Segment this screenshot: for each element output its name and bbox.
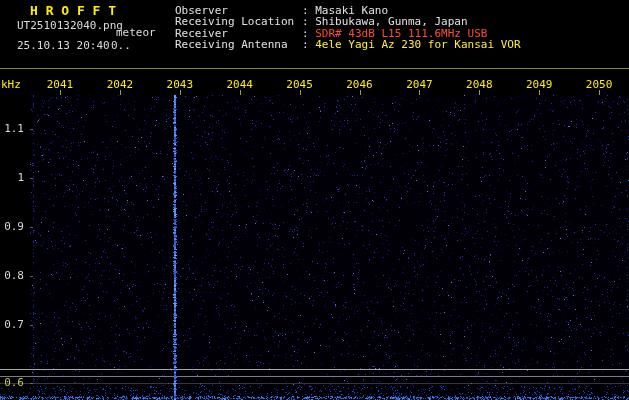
time-tick-label: 2044	[222, 79, 258, 90]
time-tick-label: 2045	[282, 79, 318, 90]
freq-axis-unit-label: kHz	[1, 79, 21, 90]
freq-tick-label: 0.8	[0, 270, 24, 281]
time-tick-label: 2047	[401, 79, 437, 90]
info-label: Receiving Location	[175, 16, 302, 27]
time-tick-label: 2041	[42, 79, 78, 90]
header-separator-line	[0, 68, 629, 69]
datetime-label: 25.10.13 20:40	[17, 40, 110, 51]
time-tick-label: 2046	[342, 79, 378, 90]
station-info-row: Receiving Antenna: 4ele Yagi Az 230 for …	[175, 39, 521, 50]
station-info-panel: Observer: Masaki KanoReceiving Location:…	[175, 5, 521, 50]
freq-tick-label: 1	[0, 172, 24, 183]
freq-tick-label: 1.1	[0, 123, 24, 134]
time-tick-label: 2050	[581, 79, 617, 90]
status-counter: 0..	[111, 40, 131, 51]
time-tick-label: 2043	[162, 79, 198, 90]
app-title: H R O F F T	[30, 4, 116, 17]
time-tick-label: 2042	[102, 79, 138, 90]
info-label: Receiving Antenna	[175, 39, 302, 50]
observation-note: meteor	[116, 27, 156, 38]
info-colon: :	[302, 38, 315, 51]
freq-tick-label: 0.6	[0, 377, 24, 388]
freq-tick-label: 0.7	[0, 319, 24, 330]
output-filename: UT2510132040.png	[17, 20, 123, 31]
spectrogram-canvas	[0, 0, 629, 400]
time-tick-label: 2049	[521, 79, 557, 90]
hrofft-window: H R O F F T UT2510132040.png meteor 25.1…	[0, 0, 629, 400]
info-value: 4ele Yagi Az 230 for Kansai VOR	[315, 38, 520, 51]
freq-tick-label: 0.9	[0, 221, 24, 232]
time-tick-label: 2048	[461, 79, 497, 90]
